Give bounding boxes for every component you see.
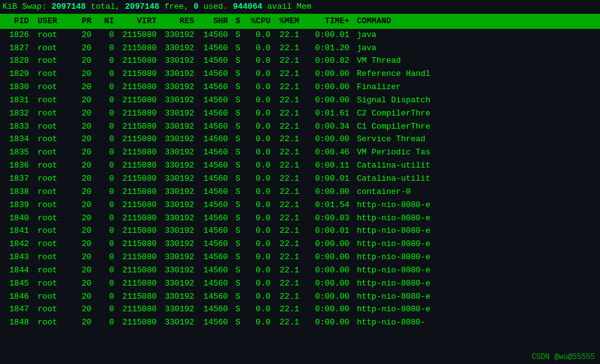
cell-mem: 22.1 — [278, 29, 302, 41]
cell-mem: 22.1 — [278, 317, 302, 329]
cell-res: 330192 — [164, 238, 197, 250]
avail-label: avail Mem — [263, 2, 312, 11]
cell-user: root — [36, 213, 69, 225]
cell-time: 0:00.00 — [307, 317, 352, 329]
cell-pr: 20 — [74, 134, 94, 146]
cell-time: 0:00.03 — [307, 213, 352, 225]
cell-res: 330192 — [164, 160, 197, 172]
cell-user: root — [36, 238, 69, 250]
cell-s: S — [236, 147, 244, 159]
cell-pid: 1840 — [3, 213, 31, 225]
table-row: 1832 root 20 0 2115080 330192 14560 S 0.… — [0, 107, 600, 120]
cell-cpu: 0.0 — [249, 265, 273, 277]
cell-mem: 22.1 — [278, 108, 302, 120]
cell-user: root — [36, 134, 69, 146]
cell-virt: 2115080 — [121, 265, 159, 277]
cell-shr: 14560 — [202, 43, 231, 55]
cell-pid: 1830 — [3, 82, 31, 94]
header-cmd: COMMAND — [357, 15, 391, 28]
cell-time: 0:00.00 — [307, 134, 352, 146]
cell-res: 330192 — [164, 68, 197, 80]
cell-mem: 22.1 — [278, 265, 302, 277]
cell-time: 0:00.00 — [307, 95, 352, 107]
cell-s: S — [236, 238, 244, 250]
cell-pid: 1836 — [3, 160, 31, 172]
cell-ni: 0 — [99, 173, 116, 185]
cell-pid: 1844 — [3, 265, 31, 277]
cell-cpu: 0.0 — [249, 160, 273, 172]
cell-pid: 1846 — [3, 291, 31, 303]
cell-pr: 20 — [74, 121, 94, 133]
cell-cpu: 0.0 — [249, 304, 273, 316]
cell-user: root — [36, 43, 69, 55]
cell-mem: 22.1 — [278, 304, 302, 316]
swap-free: 2097148 — [125, 2, 160, 11]
cell-cmd: http-nio-8080-e — [357, 225, 430, 237]
cell-ni: 0 — [99, 43, 116, 55]
cell-ni: 0 — [99, 108, 116, 120]
cell-pid: 1838 — [3, 186, 31, 198]
table-row: 1835 root 20 0 2115080 330192 14560 S 0.… — [0, 146, 600, 159]
cell-shr: 14560 — [202, 252, 231, 264]
swap-total: 2097148 — [52, 2, 86, 11]
cell-ni: 0 — [99, 252, 116, 264]
cell-ni: 0 — [99, 186, 116, 198]
cell-cpu: 0.0 — [249, 238, 273, 250]
cell-mem: 22.1 — [278, 200, 302, 211]
cell-s: S — [236, 121, 244, 133]
cell-res: 330192 — [164, 225, 197, 237]
cell-s: S — [236, 213, 244, 225]
cell-pid: 1843 — [3, 252, 31, 264]
cell-cmd: Reference Handl — [357, 68, 430, 80]
header-shr: SHR — [202, 15, 231, 28]
cell-time: 0:00.82 — [307, 55, 352, 67]
cell-cmd: Catalina-utilit — [357, 173, 430, 185]
cell-time: 0:00.00 — [307, 265, 352, 277]
cell-s: S — [236, 55, 244, 67]
top-status-bar: KiB Swap: 2097148 total, 2097148 free, 0… — [0, 0, 600, 14]
cell-pr: 20 — [74, 278, 94, 290]
used-label: used. — [199, 2, 233, 11]
cell-virt: 2115080 — [121, 134, 159, 146]
cell-s: S — [236, 95, 244, 107]
cell-ni: 0 — [99, 225, 116, 237]
cell-virt: 2115080 — [121, 147, 159, 159]
cell-mem: 22.1 — [278, 134, 302, 146]
cell-pid: 1841 — [3, 225, 31, 237]
cell-shr: 14560 — [202, 160, 231, 172]
cell-time: 0:00.11 — [307, 160, 352, 172]
cell-shr: 14560 — [202, 291, 231, 303]
header-time: TIME+ — [307, 15, 352, 28]
cell-res: 330192 — [164, 317, 197, 329]
cell-shr: 14560 — [202, 265, 231, 277]
cell-pid: 1826 — [3, 29, 31, 41]
cell-user: root — [36, 82, 69, 94]
cell-mem: 22.1 — [278, 82, 302, 94]
cell-pr: 20 — [74, 173, 94, 185]
cell-cpu: 0.0 — [249, 134, 273, 146]
cell-pid: 1847 — [3, 304, 31, 316]
table-row: 1837 root 20 0 2115080 330192 14560 S 0.… — [0, 173, 600, 186]
cell-cpu: 0.0 — [249, 200, 273, 211]
cell-pid: 1828 — [3, 55, 31, 67]
cell-res: 330192 — [164, 200, 197, 211]
table-row: 1830 root 20 0 2115080 330192 14560 S 0.… — [0, 81, 600, 94]
cell-shr: 14560 — [202, 173, 231, 185]
cell-ni: 0 — [99, 55, 116, 67]
cell-virt: 2115080 — [121, 160, 159, 172]
cell-cpu: 0.0 — [249, 55, 273, 67]
header-ni: NI — [99, 15, 116, 28]
cell-mem: 22.1 — [278, 55, 302, 67]
cell-cpu: 0.0 — [249, 225, 273, 237]
cell-pid: 1848 — [3, 317, 31, 329]
cell-cmd: http-nio-8080-e — [357, 278, 430, 290]
cell-time: 0:00.46 — [307, 147, 352, 159]
cell-time: 0:00.00 — [307, 68, 352, 80]
cell-mem: 22.1 — [278, 43, 302, 55]
swap-total-label: total, — [86, 2, 125, 11]
cell-ni: 0 — [99, 238, 116, 250]
cell-ni: 0 — [99, 265, 116, 277]
cell-user: root — [36, 29, 69, 41]
cell-mem: 22.1 — [278, 278, 302, 290]
cell-pr: 20 — [74, 95, 94, 107]
